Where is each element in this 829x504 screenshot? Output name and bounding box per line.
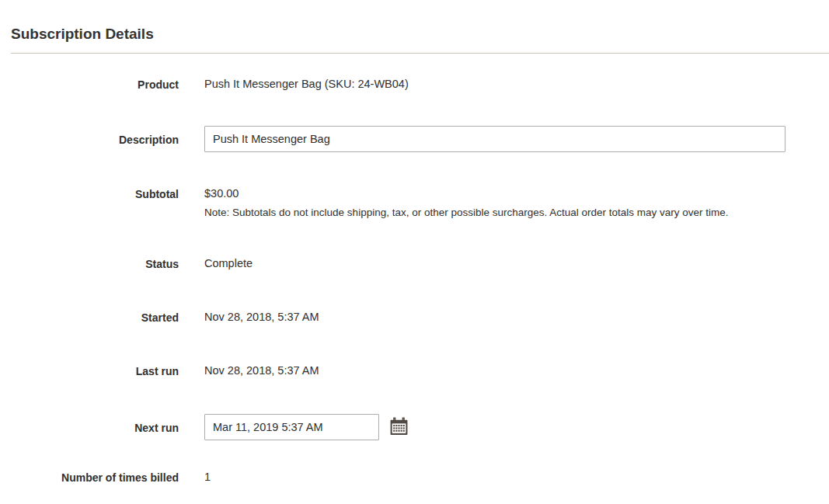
calendar-icon: [389, 417, 409, 438]
subtotal-note: Note: Subtotals do not include shipping,…: [204, 206, 829, 220]
started-label: Started: [0, 309, 179, 325]
last-run-value: Nov 28, 2018, 5:37 AM: [204, 363, 829, 378]
product-value: Push It Messenger Bag (SKU: 24-WB04): [204, 76, 829, 92]
field-row-subtotal: Subtotal $30.00 Note: Subtotals do not i…: [0, 186, 829, 220]
field-row-next-run: Next run: [0, 414, 829, 440]
field-row-description: Description: [0, 126, 829, 152]
started-value: Nov 28, 2018, 5:37 AM: [204, 309, 829, 325]
times-billed-label: Number of times billed: [0, 469, 179, 485]
field-row-times-billed: Number of times billed 1: [0, 469, 829, 485]
description-input[interactable]: [204, 126, 785, 152]
subscription-details-form: Product Push It Messenger Bag (SKU: 24-W…: [0, 54, 829, 485]
field-row-product: Product Push It Messenger Bag (SKU: 24-W…: [0, 76, 829, 92]
times-billed-value: 1: [204, 469, 829, 485]
field-row-status: Status Complete: [0, 255, 829, 272]
subtotal-label: Subtotal: [0, 186, 179, 202]
field-row-started: Started Nov 28, 2018, 5:37 AM: [0, 309, 829, 325]
status-value: Complete: [204, 255, 829, 271]
next-run-input[interactable]: [204, 414, 379, 440]
date-picker-button[interactable]: [389, 417, 409, 438]
page-header: Subscription Details: [11, 0, 829, 54]
next-run-label: Next run: [0, 419, 179, 436]
status-label: Status: [0, 255, 179, 272]
description-label: Description: [0, 131, 179, 148]
last-run-label: Last run: [0, 363, 179, 379]
page-title: Subscription Details: [11, 24, 829, 44]
subtotal-value: $30.00: [204, 186, 829, 201]
field-row-last-run: Last run Nov 28, 2018, 5:37 AM: [0, 363, 829, 379]
product-label: Product: [0, 76, 179, 92]
